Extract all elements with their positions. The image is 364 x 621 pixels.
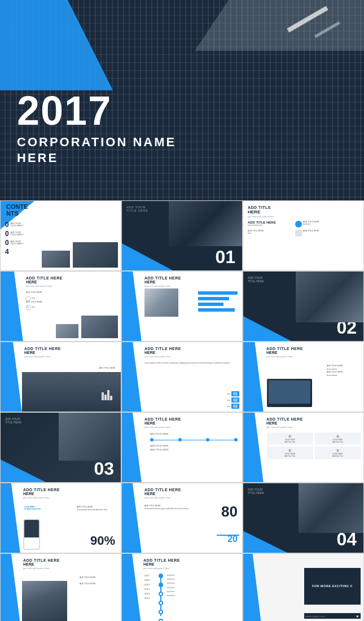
dot-connector xyxy=(150,438,238,441)
slide-dark-04-header: ADD YOUR TITLE HERE xyxy=(248,488,264,495)
blue-band-13 xyxy=(1,483,20,553)
blue-band-18 xyxy=(243,554,261,621)
slides-grid: CONTENTS 0ADD YOURTITLE HERE™ 0ADD YOURT… xyxy=(0,200,364,621)
slide-phone-90: ADD TITLE HERE HERE your text and quote … xyxy=(0,483,121,553)
slide-dark-01-header: ADD YOUR TITLE HERE xyxy=(126,205,148,212)
h-bars xyxy=(198,291,238,312)
city-thumb-small xyxy=(81,316,118,338)
slide-text-iconbars: ADD TITLE HERE HERE your text and quote … xyxy=(0,342,121,412)
bar-2 xyxy=(198,297,229,300)
blue-tri-04 xyxy=(243,526,287,553)
step-01: 01 xyxy=(231,391,239,396)
city-thumb-tiny xyxy=(56,324,78,338)
slide-click-grid-1: ADD TITLE HERE HERE your text and quote … xyxy=(243,342,364,412)
label-add-title: ADD TITLE HERE xyxy=(99,367,115,369)
icon-item-2: ADD TITLE HEREtext here xyxy=(295,221,340,228)
bar-3 xyxy=(198,303,223,306)
pct-90: 90% xyxy=(90,533,115,548)
steps-labels: text 01 text 02 text 03 xyxy=(227,391,239,409)
for-more-text: FOR MORE EXCITING C xyxy=(312,584,353,589)
laptop-base xyxy=(273,405,306,407)
interior-img xyxy=(144,288,178,317)
slide-dark-03-number: 03 xyxy=(94,460,114,478)
slide-8-body-text: Lorem ipsum dolor sit amet consectetur a… xyxy=(144,362,238,365)
contents-title: CONTENTS xyxy=(6,204,28,217)
slide-dark-01: ADD YOUR TITLE HERE 01 xyxy=(121,200,243,271)
laptop-screen xyxy=(269,381,310,404)
click-box-3[interactable]: ⚙ CLICK HEREAdd Your Text xyxy=(267,447,313,459)
year-list: 201720162015201420132012 xyxy=(144,574,150,601)
click-boxes: ⚙ CLICK HEREAdd Your Text ⚙ CLICK HEREAd… xyxy=(267,432,361,459)
blue-band-12 xyxy=(243,413,264,483)
click-box-1[interactable]: ⚙ CLICK HEREAdd Your Text xyxy=(267,432,313,445)
slide-dark-01-number: 01 xyxy=(215,248,235,266)
slide-dark-03-header: ADD YOUR TITLE HERE xyxy=(5,417,21,424)
blue-band-9 xyxy=(243,342,264,412)
slide-icons-header: ADD TITLE HERE your text and quote it he… xyxy=(248,205,274,218)
slide-13-header: ADD TITLE HERE HERE your text and quote … xyxy=(23,488,60,499)
contents-list: 0ADD YOURTITLE HERE™ 0ADD YOURTITLE HERE… xyxy=(5,221,24,257)
slide-9-header: ADD TITLE HERE HERE your text and quote … xyxy=(266,347,303,358)
slide-numbers: ADD TITLE HERE HERE your text and quote … xyxy=(121,483,243,553)
bar-icon xyxy=(102,390,112,400)
blue-tri-accent xyxy=(122,237,173,270)
slide-steps: ADD TITLE HERE HERE your text and quote … xyxy=(121,342,243,412)
city-image-overlay xyxy=(169,201,242,246)
blue-tri-02 xyxy=(243,310,291,341)
bar-1 xyxy=(198,291,238,295)
icon-item-1: ADD TITLE HERE text content here xyxy=(248,221,293,228)
blue-dot-icon xyxy=(295,221,302,228)
slide-13-text: ADD TITLE HEREtext content here add titl… xyxy=(77,506,116,512)
hero-text-block: 2017 CORPORATION NAME HERE xyxy=(17,90,176,167)
slide-bar-chart: ADD TITLE HERE HERE your text and quote … xyxy=(121,271,243,342)
slide-text-content: ADD TITLE HERE text ADD TITLE HERE 🔍text xyxy=(26,291,82,310)
slide-dark-02-header: ADD YOUR TITLE HERE xyxy=(248,276,264,283)
laptop-img xyxy=(267,379,312,407)
slide-contents: CONTENTS 0ADD YOURTITLE HERE™ 0ADD YOURT… xyxy=(0,200,121,271)
hero-corp-name: CORPORATION NAME HERE xyxy=(17,134,176,167)
contents-city-img-2 xyxy=(42,251,70,268)
year-descriptions: text heretext heretext heretext heretext… xyxy=(167,574,239,598)
click-box-4[interactable]: ⚙ CLICK HEREAdd Your Text xyxy=(315,447,361,459)
blue-band-11 xyxy=(122,413,142,483)
bar-4 xyxy=(198,308,235,312)
mountain-img xyxy=(22,581,67,621)
slide-12-header: ADD TITLE HERE HERE your text and quote … xyxy=(266,417,303,428)
slide-bar-chart-header: ADD TITLE HERE HERE your text and quote … xyxy=(144,276,181,287)
slide-timeline: ADD TITLE HERE HERE your text and quote … xyxy=(121,412,243,483)
click-box-2[interactable]: ⚙ CLICK HEREAdd Your Text xyxy=(315,432,361,445)
slide-17-header: ADD TITLE HERE HERE your text and quote … xyxy=(143,558,180,570)
slide-11-header: ADD TITLE HERE HERE your text and quote … xyxy=(144,417,181,428)
for-more-box: FOR MORE EXCITING C xyxy=(304,568,361,605)
slide-8-header: ADD TITLE HERE HERE your text and quote … xyxy=(144,347,181,358)
city-img-03 xyxy=(59,413,121,461)
step-03: 03 xyxy=(231,404,239,409)
city-img-02 xyxy=(296,272,363,322)
slide-16-labels: ADD TITLE HEREADD TITLE HERE xyxy=(80,576,116,585)
blue-band-8 xyxy=(122,342,142,412)
icon-item-3: ADD TITLE HEREtext xyxy=(248,230,293,237)
slide-16-header: ADD TITLE HERE HERE your text and quote … xyxy=(23,558,60,570)
hero-section: 2017 CORPORATION NAME HERE xyxy=(0,0,364,200)
slide-mountain: ADD TITLE HERE HERE your text and quote … xyxy=(0,553,121,621)
slide-text-img-header: ADD TITLE HERE HERE your text and quote … xyxy=(26,276,63,287)
slide-timeline-years: ADD TITLE HERE HERE your text and quote … xyxy=(121,553,243,621)
contents-city-img-1 xyxy=(73,242,118,268)
slide-14-body: ADD TITLE HEREtext content lorem ipsum a… xyxy=(144,505,211,511)
slide-dark-03: ADD YOUR TITLE HERE 03 xyxy=(0,412,121,483)
icons-grid: ADD TITLE HERE text content here ADD TIT… xyxy=(248,221,340,237)
slide-click-icons: ADD TITLE HERE HERE your text and quote … xyxy=(243,412,364,483)
icon-item-4: ADD TITLE HERE xyxy=(295,230,340,237)
timeline-dots-col xyxy=(159,574,163,621)
hero-year: 2017 xyxy=(17,90,176,131)
phone-screen xyxy=(24,520,39,537)
url-bar: www.jeppt.com ▶ xyxy=(304,613,361,619)
slide-14-header: ADD TITLE HERE HERE your text and quote … xyxy=(144,488,181,499)
blue-band-14 xyxy=(122,483,142,553)
num-80: 80 xyxy=(221,503,238,521)
step-02: 02 xyxy=(231,397,239,403)
blue-left-band-2 xyxy=(122,272,142,342)
click-here-label[interactable]: CLICK HERETO ADD YOUR TEXT xyxy=(24,506,41,510)
slide-icons: ADD TITLE HERE your text and quote it he… xyxy=(243,200,364,271)
slide-dark-04: ADD YOUR TITLE HERE 04 xyxy=(243,483,364,553)
